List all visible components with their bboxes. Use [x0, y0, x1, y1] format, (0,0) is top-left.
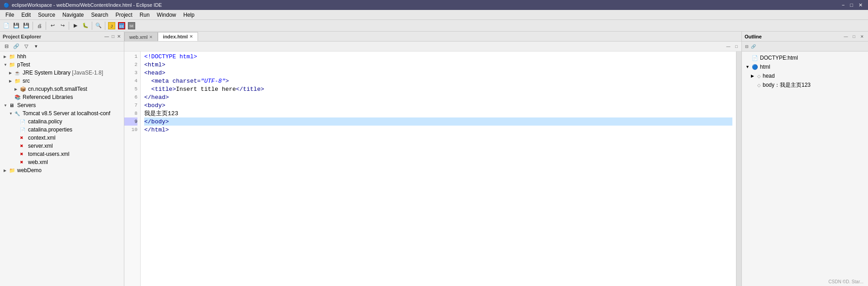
tree-item-tomcat[interactable]: ▼ 🔧 Tomcat v8.5 Server at localhost-conf — [0, 109, 124, 117]
menu-source[interactable]: Source — [34, 11, 59, 19]
code-token: > — [162, 102, 165, 109]
code-editor[interactable]: 1 2 3 4 5 6 7 8 9 10 <!DOCTYPE html> <ht… — [124, 52, 741, 286]
head-icon: ◇ — [757, 74, 761, 79]
tree-item-tomcat-users-xml[interactable]: ✖ tomcat-users.xml — [0, 150, 124, 158]
toolbar-new[interactable]: 📄 — [2, 21, 11, 30]
expand-arrow: ▼ — [4, 103, 9, 108]
code-token: </title> — [236, 86, 264, 93]
tree-label: cn.ncupyh.soft.smallTest — [28, 86, 87, 92]
project-tree: ▶ 📁 hhh ▼ 📁 pTest ▶ ☕ JRE System Library… — [0, 52, 124, 286]
collapse-all-btn[interactable]: ⊟ — [2, 42, 11, 51]
code-line-9: </body> — [144, 117, 732, 126]
tab-index-html[interactable]: index.html ✕ — [158, 32, 198, 41]
tab-close-icon[interactable]: ✕ — [189, 34, 193, 39]
panel-minimize-btn[interactable]: — — [104, 34, 109, 39]
line-num-1: 1 — [124, 52, 137, 61]
tree-item-hhh[interactable]: ▶ 📁 hhh — [0, 52, 124, 61]
code-line-3: <head> — [144, 69, 732, 77]
toolbar-sep-3 — [69, 22, 69, 30]
line-num-8: 8 — [124, 109, 137, 117]
tree-label: catalina.policy — [28, 118, 62, 125]
toolbar-print[interactable]: 🖨 — [35, 21, 44, 30]
panel-close-btn[interactable]: ✕ — [117, 34, 121, 39]
toolbar-search[interactable]: 🔍 — [94, 21, 103, 30]
code-line-7: <body> — [144, 101, 732, 109]
code-content[interactable]: <!DOCTYPE html> <html> <head> <meta char… — [141, 52, 736, 286]
outline-minimize-btn[interactable]: — — [843, 33, 849, 40]
expand-arrow: ▶ — [4, 169, 9, 173]
toolbar-redo[interactable]: ↪ — [58, 21, 67, 30]
menu-edit[interactable]: Edit — [18, 11, 34, 19]
vertical-scrollbar[interactable] — [736, 52, 741, 286]
toolbar-undo[interactable]: ↩ — [48, 21, 57, 30]
tree-item-server-xml[interactable]: ✖ server.xml — [0, 142, 124, 150]
outline-item-head[interactable]: ▶ ◇ head — [742, 71, 868, 80]
outline-item-doctype[interactable]: 📄 DOCTYPE:html — [742, 53, 868, 62]
outline-tool-btn-1[interactable]: ⊟ — [744, 43, 750, 50]
line-num-6: 6 — [124, 93, 137, 101]
panel-header-controls[interactable]: — □ ✕ — [104, 34, 121, 39]
window-controls[interactable]: − □ ✕ — [840, 2, 864, 8]
tree-item-ref-libs[interactable]: 📚 Referenced Libraries — [0, 93, 124, 101]
line-num-7: 7 — [124, 101, 137, 109]
toolbar-other[interactable]: SE — [127, 21, 136, 30]
tree-label: context.xml — [28, 135, 56, 141]
tab-web-xml[interactable]: web.xml ✕ — [124, 32, 158, 41]
toolbar-java-ee[interactable]: EE — [117, 21, 126, 30]
tab-close-icon[interactable]: ✕ — [149, 35, 153, 39]
line-num-4: 4 — [124, 77, 137, 85]
tree-item-src[interactable]: ▶ 📁 src — [0, 77, 124, 85]
tree-item-web-xml[interactable]: ✖ web.xml — [0, 158, 124, 166]
editor-maximize-btn[interactable]: □ — [733, 43, 740, 50]
line-num-2: 2 — [124, 61, 137, 69]
panel-maximize-btn[interactable]: □ — [111, 34, 115, 39]
outline-label: body：我是主页123 — [763, 81, 811, 89]
package-icon: 📦 — [20, 86, 27, 92]
menu-window[interactable]: Window — [153, 11, 180, 19]
maximize-button[interactable]: □ — [848, 2, 855, 8]
toolbar-sep-2 — [46, 22, 46, 30]
toolbar-perspectives[interactable]: J — [107, 21, 116, 30]
eclipse-icon: 🔵 — [4, 3, 9, 8]
toolbar-sep-4 — [92, 22, 92, 30]
toolbar-save-all[interactable]: 💾 — [22, 21, 31, 30]
view-menu-btn[interactable]: ▾ — [32, 42, 41, 51]
link-editor-btn[interactable]: 🔗 — [12, 42, 21, 51]
tree-item-package[interactable]: ▶ 📦 cn.ncupyh.soft.smallTest — [0, 85, 124, 93]
menu-search[interactable]: Search — [87, 11, 112, 19]
toolbar: 📄 💾 💾 🖨 ↩ ↪ ▶ 🐛 🔍 J EE SE — [0, 20, 868, 32]
editor-panel: web.xml ✕ index.html ✕ — □ 1 2 3 4 5 6 7… — [124, 32, 741, 286]
code-line-1: <!DOCTYPE html> — [144, 52, 732, 61]
outline-maximize-btn[interactable]: □ — [851, 33, 857, 40]
outline-tool-btn-2[interactable]: 🔗 — [750, 43, 756, 50]
menu-navigate[interactable]: Navigate — [59, 11, 87, 19]
menu-run[interactable]: Run — [136, 11, 153, 19]
project-explorer-title: Project Explorer — [3, 34, 41, 39]
tree-item-catalina-properties[interactable]: 📄 catalina.properties — [0, 126, 124, 134]
toolbar-run[interactable]: ▶ — [71, 21, 80, 30]
outline-item-html[interactable]: ▼ 🔵 html — [742, 62, 868, 71]
tree-item-webdemo[interactable]: ▶ 📁 webDemo — [0, 166, 124, 174]
editor-minimize-btn[interactable]: — — [725, 43, 731, 50]
tree-item-catalina-policy[interactable]: 📄 catalina.policy — [0, 117, 124, 126]
outline-header-controls[interactable]: — □ ✕ — [843, 33, 865, 40]
tree-item-jre[interactable]: ▶ ☕ JRE System Library [JavaSE-1.8] — [0, 69, 124, 77]
toolbar-sep-5 — [105, 22, 105, 30]
menu-file[interactable]: File — [2, 11, 18, 19]
toolbar-save[interactable]: 💾 — [12, 21, 21, 30]
filter-btn[interactable]: ▽ — [22, 42, 31, 51]
tree-item-ptest[interactable]: ▼ 📁 pTest — [0, 61, 124, 69]
outline-close-btn[interactable]: ✕ — [859, 33, 865, 40]
outline-title: Outline — [745, 34, 762, 39]
tree-label: hhh — [17, 53, 26, 60]
minimize-button[interactable]: − — [840, 2, 846, 8]
toolbar-debug[interactable]: 🐛 — [81, 21, 90, 30]
close-button[interactable]: ✕ — [857, 2, 864, 8]
expand-arrow — [14, 136, 20, 140]
outline-item-body[interactable]: ◇ body：我是主页123 — [742, 80, 868, 89]
menu-help[interactable]: Help — [180, 11, 198, 19]
tree-item-servers[interactable]: ▼ 🖥 Servers — [0, 101, 124, 109]
menu-project[interactable]: Project — [112, 11, 136, 19]
outline-tree: 📄 DOCTYPE:html ▼ 🔵 html ▶ ◇ head ◇ — [742, 52, 868, 286]
tree-item-context-xml[interactable]: ✖ context.xml — [0, 134, 124, 142]
